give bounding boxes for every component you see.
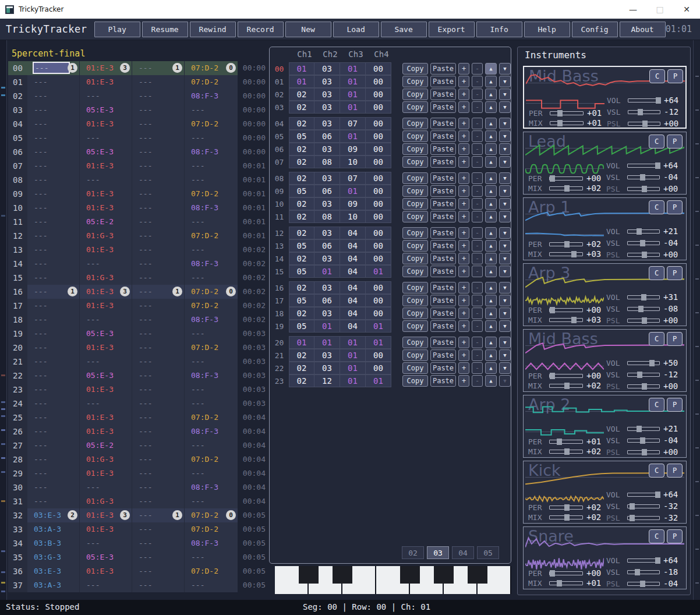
- pattern-note-cell[interactable]: 03:B-3: [27, 536, 80, 550]
- copy-instrument-button[interactable]: C: [649, 69, 665, 83]
- remove-button[interactable]: -: [472, 130, 483, 142]
- sequence-cell[interactable]: 05: [289, 294, 314, 307]
- pattern-note-cell[interactable]: ---: [132, 550, 185, 564]
- pattern-note-cell[interactable]: 01:G-3: [80, 494, 132, 508]
- pattern-note-cell[interactable]: 08:F-3: [185, 201, 238, 215]
- pattern-note-cell[interactable]: ---: [27, 327, 80, 341]
- move-down-button[interactable]: ▼: [499, 76, 511, 87]
- toolbar-button-load[interactable]: Load: [333, 22, 379, 37]
- pattern-note-cell[interactable]: ---: [27, 145, 80, 159]
- pattern-note-cell[interactable]: ---: [27, 439, 80, 453]
- pattern-row[interactable]: 3603:E-301:E-3---07:D-200:05: [8, 564, 266, 578]
- pattern-note-cell[interactable]: 08:F-3: [185, 89, 238, 103]
- add-button[interactable]: +: [458, 89, 469, 100]
- sequence-cell[interactable]: 01: [289, 62, 314, 75]
- piano-black-key[interactable]: [333, 566, 352, 584]
- sequence-cell[interactable]: 01: [314, 265, 340, 278]
- move-up-button[interactable]: ▲: [485, 266, 497, 277]
- pattern-note-cell[interactable]: ---: [185, 327, 238, 341]
- pattern-note-cell[interactable]: ---: [132, 411, 185, 425]
- pattern-row[interactable]: 06---05:E-3---08:F-300:00: [8, 145, 266, 159]
- move-down-button[interactable]: ▼: [499, 375, 511, 387]
- pattern-note-cell[interactable]: ---: [80, 355, 132, 369]
- move-up-button[interactable]: ▲: [485, 349, 497, 361]
- psl-slider-handle[interactable]: [642, 383, 647, 390]
- move-down-button[interactable]: ▼: [499, 101, 511, 113]
- instrument-card[interactable]: Mid BassCPPER+01MIX+01VOL+64VSL-12PSL+00: [523, 66, 687, 129]
- remove-button[interactable]: -: [472, 185, 483, 197]
- copy-button[interactable]: Copy: [402, 266, 428, 277]
- pattern-note-cell[interactable]: ---: [27, 159, 80, 173]
- move-up-button[interactable]: ▲: [485, 156, 497, 168]
- vsl-slider[interactable]: [627, 504, 660, 508]
- copy-instrument-button[interactable]: C: [649, 464, 664, 478]
- pattern-row[interactable]: 13---01:E-3------00:02: [8, 243, 266, 257]
- sequence-cell[interactable]: 01: [340, 62, 366, 75]
- mix-slider[interactable]: [549, 450, 583, 454]
- per-slider-handle[interactable]: [550, 175, 555, 182]
- pattern-note-cell[interactable]: ---: [132, 173, 185, 187]
- paste-button[interactable]: Paste: [430, 240, 456, 252]
- instrument-card[interactable]: Arp 1CPPER+02MIX+03VOL+21VSL-04PSL+00: [523, 197, 687, 260]
- psl-slider-handle[interactable]: [642, 449, 647, 455]
- vsl-slider[interactable]: [627, 175, 660, 179]
- pattern-note-cell[interactable]: 08:F-3: [185, 145, 238, 159]
- pattern-note-cell[interactable]: ---: [27, 243, 80, 257]
- sequence-cell[interactable]: 00: [366, 101, 391, 114]
- pattern-row[interactable]: 24------------00:03: [8, 397, 266, 411]
- pattern-note-cell[interactable]: 07:D-2: [185, 229, 238, 243]
- sequence-cell[interactable]: 05: [289, 320, 314, 333]
- pattern-note-cell[interactable]: ---: [185, 355, 238, 369]
- paste-button[interactable]: Paste: [430, 266, 456, 277]
- pattern-note-cell[interactable]: 05:E-2: [80, 215, 132, 229]
- move-down-button[interactable]: ▼: [499, 349, 511, 361]
- move-up-button[interactable]: ▲: [485, 211, 497, 222]
- sequence-cell[interactable]: 00: [366, 75, 391, 88]
- remove-button[interactable]: -: [472, 375, 483, 387]
- pattern-row[interactable]: 15---01:G-3------00:02: [8, 271, 266, 285]
- sequence-cell[interactable]: 03: [314, 252, 340, 265]
- per-slider[interactable]: [549, 440, 583, 444]
- move-up-button[interactable]: ▲: [485, 295, 497, 306]
- pattern-note-cell[interactable]: ---: [132, 187, 185, 201]
- copy-button[interactable]: Copy: [402, 118, 428, 129]
- pattern-note-cell[interactable]: 07:D-2: [185, 564, 238, 578]
- pattern-note-cell[interactable]: 01:E-3: [80, 117, 132, 131]
- sequence-cell[interactable]: 00: [366, 155, 391, 168]
- pattern-row[interactable]: 08------------00:01: [8, 173, 266, 187]
- pattern-note-cell[interactable]: 07:D-20: [185, 285, 238, 299]
- copy-button[interactable]: Copy: [402, 337, 428, 348]
- vsl-slider[interactable]: [627, 307, 660, 311]
- pattern-row[interactable]: 26---01:E-3---08:F-300:04: [8, 425, 266, 439]
- per-slider[interactable]: [549, 242, 583, 246]
- sequence-cell[interactable]: 03: [314, 307, 340, 320]
- copy-instrument-button[interactable]: C: [649, 398, 664, 412]
- mix-slider[interactable]: [549, 186, 583, 190]
- pattern-note-cell[interactable]: ---: [132, 201, 185, 215]
- mix-slider[interactable]: [549, 581, 583, 585]
- paste-button[interactable]: Paste: [430, 295, 456, 306]
- paste-button[interactable]: Paste: [430, 362, 456, 374]
- vol-slider[interactable]: [627, 559, 660, 563]
- pattern-note-cell[interactable]: ---: [185, 383, 238, 397]
- mix-slider[interactable]: [549, 384, 583, 388]
- psl-slider[interactable]: [627, 582, 660, 586]
- paste-instrument-button[interactable]: P: [667, 69, 683, 83]
- pattern-note-cell[interactable]: ---: [185, 397, 238, 411]
- vol-slider[interactable]: [627, 229, 660, 234]
- psl-slider-handle[interactable]: [642, 186, 647, 192]
- pattern-note-cell[interactable]: ---: [132, 522, 185, 536]
- remove-button[interactable]: -: [472, 89, 483, 100]
- psl-slider[interactable]: [627, 187, 660, 191]
- remove-button[interactable]: -: [472, 240, 483, 252]
- pattern-note-cell[interactable]: ---1: [27, 285, 80, 299]
- copy-button[interactable]: Copy: [402, 282, 428, 294]
- pattern-note-cell[interactable]: 01:E-3: [80, 243, 132, 257]
- paste-button[interactable]: Paste: [430, 308, 456, 319]
- sequence-cell[interactable]: 04: [340, 320, 366, 333]
- pattern-note-cell[interactable]: ---: [27, 117, 80, 131]
- move-down-button[interactable]: ▼: [499, 320, 511, 332]
- vol-slider-handle[interactable]: [655, 162, 660, 169]
- paste-button[interactable]: Paste: [430, 130, 456, 142]
- vsl-slider-handle[interactable]: [638, 109, 643, 115]
